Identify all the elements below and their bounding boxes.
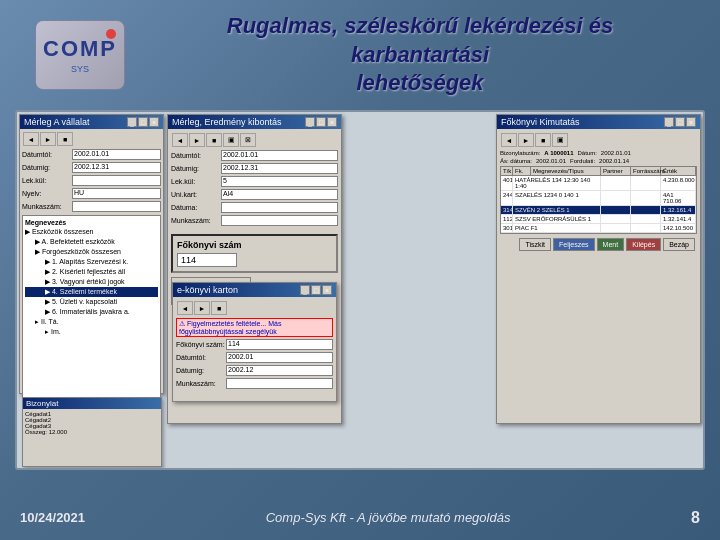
th-megn: Megnevezés/Típus — [531, 167, 601, 175]
minput-uni[interactable]: Al4 — [221, 189, 338, 200]
table-row-4[interactable]: 112 SZSV ERŐFORRÁSÜLÉS 1 1.32.141.4 — [501, 215, 696, 224]
close-btn-r[interactable]: × — [686, 117, 696, 127]
td-forras-5 — [631, 224, 661, 232]
win-ekonyvkarton[interactable]: e-könyvi karton _ □ × ◄ ► ■ ⚠ Figyelmezt… — [172, 282, 337, 402]
td-megn-5: PIAC F1 — [513, 224, 601, 232]
win-left-titlebar: Mérleg A vállalat _ □ × — [20, 115, 163, 129]
win-left[interactable]: Mérleg A vállalat _ □ × ◄ ► ■ Dátumtól: … — [19, 114, 164, 394]
einput-datumt[interactable]: 2002.01 — [226, 352, 333, 363]
tb-m1[interactable]: ◄ — [172, 133, 188, 147]
td-ertek-2: 4A1 710.06 — [661, 191, 696, 205]
td-tk-2: 244 — [501, 191, 513, 205]
table-right[interactable]: T/k Fk. Megnevezés/Típus Partner Forráss… — [500, 166, 697, 234]
win-right[interactable]: Főkönyvi Kimutatás _ □ × ◄ ► ■ ▣ Bizonyl… — [496, 114, 701, 424]
btn-kilepek[interactable]: Kilépés — [626, 238, 661, 251]
tree-item-11[interactable]: ▸ Im. — [25, 327, 158, 337]
btn-ment[interactable]: Ment — [597, 238, 625, 251]
tbr2[interactable]: ► — [518, 133, 534, 147]
input-datumig[interactable]: 2002.12.31 — [72, 162, 161, 173]
eform-row-datumig: Dátumtól: 2002.01 — [176, 352, 333, 363]
minimize-btn[interactable]: _ — [127, 117, 137, 127]
fkszam-input[interactable]: 114 — [177, 253, 237, 267]
win-ekonyvkarton-buttons[interactable]: _ □ × — [300, 285, 332, 295]
td-megn-2: SZAELÉS 1234 0 140 1 — [513, 191, 601, 205]
tree-item-6[interactable]: ▶ 3. Vagyoni értékű jogok — [25, 277, 158, 287]
input-munka[interactable] — [72, 201, 161, 212]
tbr3[interactable]: ■ — [535, 133, 551, 147]
einput-fkszam[interactable]: 114 — [226, 339, 333, 350]
eform-row-munka: Munkaszám: — [176, 378, 333, 389]
win-left-body: ◄ ► ■ Dátumtól: 2002.01.01 Dátumig: 2002… — [20, 129, 163, 416]
td-tk-1: 401 — [501, 176, 513, 190]
min-btn-r[interactable]: _ — [664, 117, 674, 127]
minput-munka[interactable] — [221, 215, 338, 226]
tb-btn-3[interactable]: ■ — [57, 132, 73, 146]
datum-value: 2002.01.01 — [601, 150, 631, 156]
toolbar-right: ◄ ► ■ ▣ — [500, 132, 697, 148]
td-partner-5 — [601, 224, 631, 232]
toolbar-left: ◄ ► ■ — [22, 131, 161, 147]
btn-feljeszes[interactable]: Feljeszes — [553, 238, 595, 251]
max-btn-m[interactable]: □ — [316, 117, 326, 127]
btn-bezar[interactable]: Bezáp — [663, 238, 695, 251]
close-btn-m[interactable]: × — [327, 117, 337, 127]
tree-item-0[interactable]: Megnevezés — [25, 218, 158, 227]
win-left-buttons[interactable]: _ □ × — [127, 117, 159, 127]
input-lek[interactable] — [72, 175, 161, 186]
screenshot-area: Mérleg A vállalat _ □ × ◄ ► ■ Dátumtól: … — [15, 110, 705, 470]
minput-datumig[interactable]: 2002.12.31 — [221, 163, 338, 174]
th-forras: Forrásszám — [631, 167, 661, 175]
max-btn-e[interactable]: □ — [311, 285, 321, 295]
tree-item-2[interactable]: ▶ A. Befektetett eszközök — [25, 237, 158, 247]
win-right-titlebar: Főkönyvi Kimutatás _ □ × — [497, 115, 700, 129]
table-row-5[interactable]: 301 PIAC F1 142.10.500 — [501, 224, 696, 233]
tb-m5[interactable]: ⊠ — [240, 133, 256, 147]
table-header: T/k Fk. Megnevezés/Típus Partner Forráss… — [501, 167, 696, 176]
tbr4[interactable]: ▣ — [552, 133, 568, 147]
input-nyelv[interactable]: HU — [72, 188, 161, 199]
table-row-2[interactable]: 244 SZAELÉS 1234 0 140 1 4A1 710.06 — [501, 191, 696, 206]
tree-item-4[interactable]: ▶ 1. Alapítás Szervezési k. — [25, 257, 158, 267]
maximize-btn[interactable]: □ — [138, 117, 148, 127]
table-row-1[interactable]: 401 HATÁRELÉS 134 12:30 140 1:40 4.230.8… — [501, 176, 696, 191]
win-middle-buttons[interactable]: _ □ × — [305, 117, 337, 127]
tbr1[interactable]: ◄ — [501, 133, 517, 147]
tree-item-1[interactable]: ▶ Eszközök összesen — [25, 227, 158, 237]
table-row-3[interactable]: 314 SZVÉN 2 SZELÉS 1 1.32.161.4 — [501, 206, 696, 215]
bottom-company: Comp-Sys Kft - A jövőbe mutató megoldás — [266, 510, 511, 525]
einput-datumig[interactable]: 2002.12 — [226, 365, 333, 376]
tree-item-7[interactable]: ▶ 4. Szellemi termékek — [25, 287, 158, 297]
minput-datumt[interactable]: 2002.01.01 — [221, 150, 338, 161]
tb-m4[interactable]: ▣ — [223, 133, 239, 147]
close-btn[interactable]: × — [149, 117, 159, 127]
tb-btn-2[interactable]: ► — [40, 132, 56, 146]
max-btn-r[interactable]: □ — [675, 117, 685, 127]
label-datumig: Dátumig: — [22, 164, 72, 171]
min-btn-e[interactable]: _ — [300, 285, 310, 295]
input-datumt[interactable]: 2002.01.01 — [72, 149, 161, 160]
tbe3[interactable]: ■ — [211, 301, 227, 315]
btn-tiszkit[interactable]: Tiszkit — [519, 238, 551, 251]
tree-item-5[interactable]: ▶ 2. Kísérleti fejlesztés áll — [25, 267, 158, 277]
tree-item-9[interactable]: ▶ 6. Immateriális javakra a. — [25, 307, 158, 317]
minput-datum[interactable] — [221, 202, 338, 213]
tbe2[interactable]: ► — [194, 301, 210, 315]
logo-sub: SYS — [71, 64, 89, 74]
min-btn-m[interactable]: _ — [305, 117, 315, 127]
tb-btn-1[interactable]: ◄ — [23, 132, 39, 146]
right-panel-buttons: Tiszkit Feljeszes Ment Kilépés Bezáp — [500, 236, 697, 253]
einput-munka[interactable] — [226, 378, 333, 389]
tb-m2[interactable]: ► — [189, 133, 205, 147]
header: COMP SYS Rugalmas, széleskörű lekérdezés… — [0, 0, 720, 110]
tree-area-left[interactable]: Megnevezés ▶ Eszközök összesen ▶ A. Befe… — [22, 215, 161, 400]
mlabel-datum: Dátuma: — [171, 204, 221, 211]
tree-item-8[interactable]: ▶ 5. Üzleti v. kapcsolati — [25, 297, 158, 307]
tb-m3[interactable]: ■ — [206, 133, 222, 147]
win-right-buttons[interactable]: _ □ × — [664, 117, 696, 127]
tbe1[interactable]: ◄ — [177, 301, 193, 315]
minput-lek[interactable]: 5 — [221, 176, 338, 187]
tree-item-3[interactable]: ▶ Forgóeszközök összesen — [25, 247, 158, 257]
th-partner: Partner — [601, 167, 631, 175]
tree-item-10[interactable]: ▸ II. Tá. — [25, 317, 158, 327]
close-btn-e[interactable]: × — [322, 285, 332, 295]
